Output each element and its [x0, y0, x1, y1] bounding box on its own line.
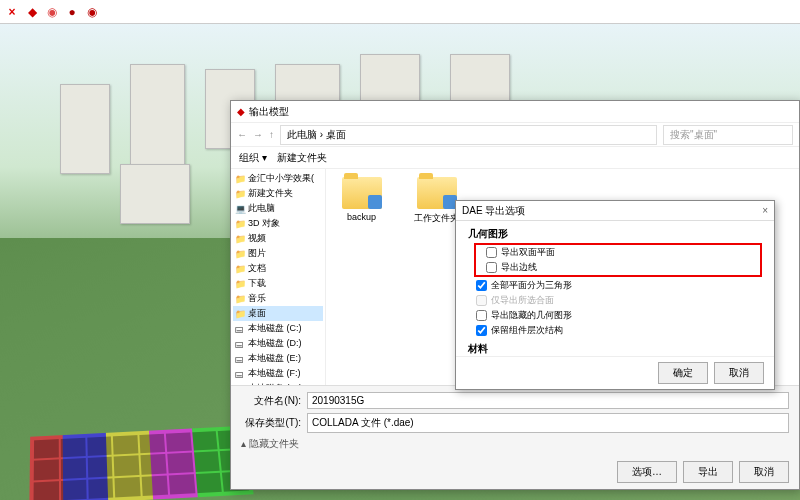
hide-folders-toggle[interactable]: ▴ 隐藏文件夹 [241, 437, 789, 451]
tree-item[interactable]: 🖴本地磁盘 (E:) [233, 351, 323, 366]
options-actions: 确定 取消 [456, 356, 774, 389]
folder-icon: 📁 [235, 234, 245, 244]
cancel-button[interactable]: 取消 [739, 461, 789, 483]
chk-hidden-geom[interactable]: 导出隐藏的几何图形 [468, 308, 762, 323]
folder-item[interactable]: backup [334, 177, 389, 222]
tree-item[interactable]: 📁视频 [233, 231, 323, 246]
tree-item[interactable]: 💻此电脑 [233, 201, 323, 216]
folder-tree[interactable]: 📁金汇中小学效果(📁新建文件夹💻此电脑📁3D 对象📁视频📁图片📁文档📁下载📁音乐… [231, 169, 326, 385]
options-button[interactable]: 选项… [617, 461, 677, 483]
chk-preserve-hierarchy[interactable]: 保留组件层次结构 [468, 323, 762, 338]
disk-icon: 🖴 [235, 339, 245, 349]
tree-item[interactable]: 🖴本地磁盘 (C:) [233, 321, 323, 336]
tree-label: 下载 [248, 277, 266, 290]
dialog-titlebar: ◆ 输出模型 [231, 101, 799, 123]
chk-triangulate[interactable]: 全部平面分为三角形 [468, 278, 762, 293]
chk-selection-only: 仅导出所选合面 [468, 293, 762, 308]
dae-export-options-dialog: DAE 导出选项 × 几何图形 导出双面平面 导出边线 全部平面分为三角形 仅导… [455, 200, 775, 390]
dialog-bottom: 文件名(N): 保存类型(T): COLLADA 文件 (*.dae) ▴ 隐藏… [231, 385, 799, 457]
tree-label: 本地磁盘 (E:) [248, 352, 301, 365]
disk-icon: 🖴 [235, 369, 245, 379]
folder-icon [342, 177, 382, 209]
dialog-actions: 选项… 导出 取消 [231, 457, 799, 489]
organize-menu[interactable]: 组织 ▾ [239, 151, 267, 165]
building [120, 164, 190, 224]
folder-icon: 📁 [235, 294, 245, 304]
filename-input[interactable] [307, 392, 789, 409]
file-name: 工作文件夹 [414, 212, 459, 225]
tree-item[interactable]: 📁金汇中小学效果( [233, 171, 323, 186]
options-cancel-button[interactable]: 取消 [714, 362, 764, 384]
main-toolbar: × ◆ ◉ ● ◉ [0, 0, 800, 24]
folder-icon: 📁 [235, 309, 245, 319]
disk-icon: 🖴 [235, 354, 245, 364]
tree-item[interactable]: 📁3D 对象 [233, 216, 323, 231]
nav-back-icon[interactable]: ← [237, 129, 247, 140]
material-header: 材料 [468, 342, 762, 356]
folder-icon: 📁 [235, 174, 245, 184]
highlighted-options: 导出双面平面 导出边线 [474, 243, 762, 277]
tree-label: 此电脑 [248, 202, 275, 215]
tree-label: 桌面 [248, 307, 266, 320]
options-titlebar: DAE 导出选项 × [456, 201, 774, 221]
tool-ruby-icon-4[interactable]: ◉ [84, 4, 100, 20]
search-input[interactable]: 搜索"桌面" [663, 125, 793, 145]
tree-label: 新建文件夹 [248, 187, 293, 200]
folder-icon: 📁 [235, 279, 245, 289]
nav-fwd-icon[interactable]: → [253, 129, 263, 140]
tree-label: 3D 对象 [248, 217, 280, 230]
folder-icon: 📁 [235, 219, 245, 229]
chk-two-sided[interactable]: 导出双面平面 [478, 245, 758, 260]
tree-label: 本地磁盘 (C:) [248, 322, 302, 335]
folder-icon: 📁 [235, 189, 245, 199]
tool-ruby-icon-3[interactable]: ● [64, 4, 80, 20]
tool-close-icon[interactable]: × [4, 4, 20, 20]
tree-label: 金汇中小学效果( [248, 172, 314, 185]
ok-button[interactable]: 确定 [658, 362, 708, 384]
folder-icon: 📁 [235, 264, 245, 274]
building [60, 84, 110, 174]
disk-icon: 🖴 [235, 324, 245, 334]
tree-label: 本地磁盘 (F:) [248, 367, 301, 380]
file-name: backup [347, 212, 376, 222]
dialog-title: 输出模型 [249, 105, 289, 119]
path-breadcrumb[interactable]: 此电脑 › 桌面 [280, 125, 657, 145]
close-icon[interactable]: × [762, 205, 768, 216]
app-icon: ◆ [237, 106, 245, 117]
dialog-toolbar: 组织 ▾ 新建文件夹 [231, 147, 799, 169]
geometry-header: 几何图形 [468, 227, 762, 241]
tree-label: 文档 [248, 262, 266, 275]
tree-item[interactable]: 📁图片 [233, 246, 323, 261]
tree-item[interactable]: 📁音乐 [233, 291, 323, 306]
colorful-building [29, 426, 253, 500]
filetype-label: 保存类型(T): [241, 416, 301, 430]
tool-ruby-icon-1[interactable]: ◆ [24, 4, 40, 20]
tool-ruby-icon-2[interactable]: ◉ [44, 4, 60, 20]
filename-label: 文件名(N): [241, 394, 301, 408]
export-button[interactable]: 导出 [683, 461, 733, 483]
tree-label: 本地磁盘 (D:) [248, 337, 302, 350]
dialog-navbar: ← → ↑ 此电脑 › 桌面 搜索"桌面" [231, 123, 799, 147]
building [130, 64, 185, 174]
tree-item[interactable]: 📁新建文件夹 [233, 186, 323, 201]
tree-item[interactable]: 📁桌面 [233, 306, 323, 321]
tree-item[interactable]: 📁文档 [233, 261, 323, 276]
chk-export-edges[interactable]: 导出边线 [478, 260, 758, 275]
tree-item[interactable]: 📁下载 [233, 276, 323, 291]
tree-label: 图片 [248, 247, 266, 260]
pc-icon: 💻 [235, 204, 245, 214]
nav-up-icon[interactable]: ↑ [269, 129, 274, 140]
folder-icon: 📁 [235, 249, 245, 259]
folder-icon [417, 177, 457, 209]
options-title: DAE 导出选项 [462, 204, 525, 218]
tree-item[interactable]: 🖴本地磁盘 (D:) [233, 336, 323, 351]
tree-item[interactable]: 🖴本地磁盘 (F:) [233, 366, 323, 381]
filetype-combo[interactable]: COLLADA 文件 (*.dae) [307, 413, 789, 433]
new-folder-button[interactable]: 新建文件夹 [277, 151, 327, 165]
tree-label: 视频 [248, 232, 266, 245]
tree-label: 音乐 [248, 292, 266, 305]
